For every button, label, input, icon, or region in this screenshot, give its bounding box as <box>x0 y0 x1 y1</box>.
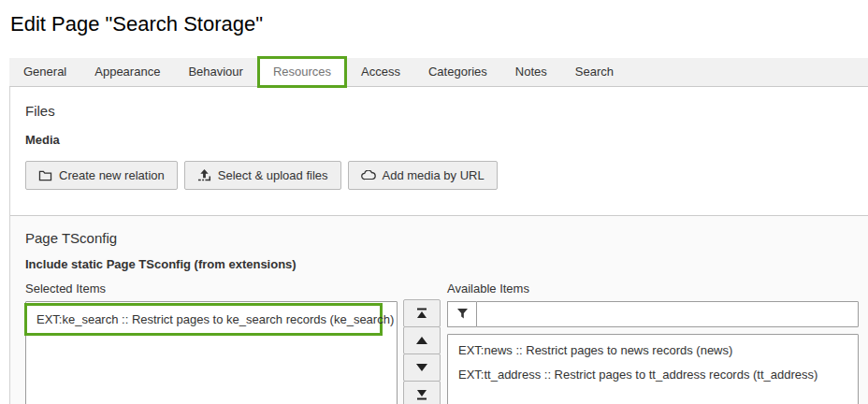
available-item-tt-address[interactable]: EXT:tt_address :: Restrict pages to tt_a… <box>448 363 858 387</box>
media-button-row: Create new relation Select & upload file… <box>25 161 853 190</box>
multiselect-columns: Selected Items EXT:ke_search :: Restrict… <box>25 281 859 404</box>
move-up-button[interactable] <box>403 326 441 354</box>
move-down-button[interactable] <box>403 354 441 382</box>
available-items-filter-input[interactable] <box>476 301 859 327</box>
selected-items-listbox[interactable]: EXT:ke_search :: Restrict pages to ke_se… <box>25 301 398 404</box>
tab-appearance[interactable]: Appearance <box>80 58 174 86</box>
button-label: Create new relation <box>59 168 165 182</box>
files-heading: Files <box>25 103 853 119</box>
filter-button[interactable] <box>447 301 476 327</box>
tab-behaviour[interactable]: Behaviour <box>174 58 257 86</box>
button-label: Add media by URL <box>383 168 485 182</box>
tsconfig-heading: Page TSconfig <box>25 230 859 246</box>
move-to-bottom-button[interactable] <box>403 381 441 404</box>
selected-item-ke-search[interactable]: EXT:ke_search :: Restrict pages to ke_se… <box>27 306 380 333</box>
available-items-column: Available Items EXT:news :: Restrict pag… <box>447 281 859 404</box>
move-down-icon <box>416 364 427 371</box>
cloud-icon <box>361 170 376 180</box>
page-title: Edit Page "Search Storage" <box>10 12 868 36</box>
move-to-bottom-icon <box>416 389 427 400</box>
select-upload-files-button[interactable]: Select & upload files <box>184 161 341 190</box>
selected-items-label: Selected Items <box>25 281 398 296</box>
tab-resources[interactable]: Resources <box>257 56 347 88</box>
filter-icon <box>457 308 468 322</box>
tab-search[interactable]: Search <box>561 58 628 86</box>
tab-content-panel: Files Media Create new relation Select &… <box>9 87 868 404</box>
media-field-label: Media <box>25 133 853 147</box>
filter-row <box>447 301 859 327</box>
available-items-listbox[interactable]: EXT:news :: Restrict pages to news recor… <box>447 334 859 404</box>
selected-items-column: Selected Items EXT:ke_search :: Restrict… <box>25 281 398 404</box>
page-tsconfig-section: Page TSconfig Include static Page TSconf… <box>10 215 868 404</box>
tab-general[interactable]: General <box>9 58 80 86</box>
tab-access[interactable]: Access <box>347 58 414 86</box>
move-to-top-icon <box>416 308 427 319</box>
upload-icon <box>197 169 211 182</box>
tab-notes[interactable]: Notes <box>501 58 561 86</box>
cloud-icon-button[interactable]: Add media by URL <box>348 161 498 190</box>
highlight-annotation: EXT:ke_search :: Restrict pages to ke_se… <box>24 303 383 336</box>
folder-icon <box>38 169 52 181</box>
available-items-label: Available Items <box>447 281 859 296</box>
files-section: Files Media Create new relation Select &… <box>10 87 868 215</box>
tab-bar: General Appearance Behaviour Resources A… <box>9 58 868 87</box>
move-to-top-button[interactable] <box>403 299 441 327</box>
create-new-relation-button[interactable]: Create new relation <box>25 161 178 190</box>
include-static-tsconfig-label: Include static Page TSconfig (from exten… <box>25 257 859 271</box>
move-up-icon <box>416 337 427 344</box>
tab-categories[interactable]: Categories <box>414 58 501 86</box>
move-buttons-column <box>403 299 441 404</box>
button-label: Select & upload files <box>218 168 328 182</box>
available-item-news[interactable]: EXT:news :: Restrict pages to news recor… <box>448 339 858 363</box>
